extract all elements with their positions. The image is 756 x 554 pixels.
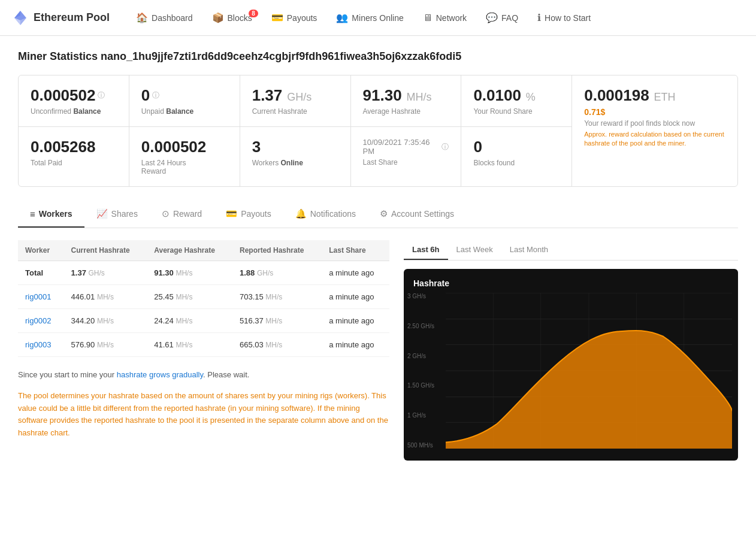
tab-icon-reward: ⊙ [162, 208, 170, 219]
unconfirmed-label: Unconfirmed Balance [31, 107, 117, 116]
tab-label-workers: Workers [39, 209, 72, 219]
nav-icon-network: 🖥 [423, 13, 433, 23]
tab-icon-workers: ≡ [30, 209, 35, 219]
reward-label: Your reward if pool finds block now [584, 119, 725, 128]
stat-total-paid: 0.005268 Total Paid [19, 127, 129, 178]
tab-icon-account-settings: ⚙ [380, 208, 388, 219]
current-hashrate-unit: GH/s [287, 91, 312, 103]
stat-col-avg-hashrate: 91.30 MH/s Average Hashrate 10/09/2021 7… [351, 75, 462, 186]
worker-name-1[interactable]: rig0002 [18, 309, 64, 333]
tab-icon-notifications: 🔔 [295, 208, 307, 219]
nav-item-miners-online[interactable]: 👥Miners Online [328, 7, 412, 28]
unconfirmed-info-icon[interactable]: ⓘ [98, 90, 105, 101]
brand[interactable]: Ethereum Pool [12, 10, 110, 26]
info-text-orange: The pool determines your hashrate based … [18, 390, 389, 440]
unpaid-value: 0 [141, 86, 150, 105]
last-share-info-icon[interactable]: ⓘ [441, 142, 449, 152]
worker-reported-2: 665.03 MH/s [232, 333, 322, 357]
y-label-500mh: 500 MH/s [407, 442, 434, 449]
tab-shares[interactable]: 📈Shares [84, 201, 150, 228]
chart-tab-lastweek[interactable]: Last Week [448, 240, 501, 260]
round-share-label: Your Round Share [473, 107, 560, 116]
nav-icon-how-to-start: ℹ [537, 12, 541, 23]
worker-reported-1: 516.37 MH/s [232, 309, 322, 333]
stat-unconfirmed: 0.000502 ⓘ Unconfirmed Balance [19, 75, 129, 127]
workers-label: Workers Online [252, 159, 338, 167]
nav-item-network[interactable]: 🖥Network [415, 8, 475, 28]
left-panel: Worker Current Hashrate Average Hashrate… [18, 240, 389, 461]
stat-last24h: 0.000502 Last 24 HoursReward [129, 127, 240, 186]
worker-avg-2: 41.61 MH/s [147, 333, 232, 357]
table-row-total: Total 1.37 GH/s 91.30 MH/s 1.88 GH/s a m… [18, 261, 389, 285]
unconfirmed-value: 0.000502 [31, 86, 95, 105]
tab-account-settings[interactable]: ⚙Account Settings [368, 201, 466, 228]
avg-hashrate-label: Average Hashrate [363, 107, 449, 116]
info-text: Since you start to mine your hashrate gr… [18, 369, 389, 382]
stat-col-reward: 0.000198 ETH 0.71$ Your reward if pool f… [572, 75, 737, 186]
col-worker: Worker [18, 240, 64, 261]
stat-unpaid: 0 ⓘ Unpaid Balance [129, 75, 240, 127]
tab-label-account-settings: Account Settings [391, 209, 454, 219]
reward-note: Approx. reward calculation based on the … [584, 130, 725, 149]
stat-current-hashrate: 1.37 GH/s Current Hashrate [240, 75, 350, 127]
table-row: rig0001 446.01 MH/s 25.45 MH/s 703.15 MH… [18, 285, 389, 309]
avg-hashrate-unit: MH/s [407, 91, 432, 103]
worker-name-2[interactable]: rig0003 [18, 333, 64, 357]
reward-usd: 0.71$ [584, 107, 725, 117]
main-content: Miner Statistics nano_1hu9jjfe7zti1rd6dd… [0, 36, 756, 475]
nav-item-how-to-start[interactable]: ℹHow to Start [529, 7, 599, 28]
nav-label-dashboard: Dashboard [152, 13, 193, 23]
worker-name-0[interactable]: rig0001 [18, 285, 64, 309]
total-paid-value: 0.005268 [31, 138, 117, 156]
navbar: Ethereum Pool 🏠Dashboard📦Blocks8💳Payouts… [0, 0, 756, 36]
stat-workers: 3 Workers Online [240, 127, 350, 178]
tab-workers[interactable]: ≡Workers [18, 202, 84, 228]
tab-label-payouts: Payouts [241, 209, 271, 219]
worker-avg-1: 24.24 MH/s [147, 309, 232, 333]
round-share-unit: % [526, 91, 536, 103]
chart-tab-lastmonth[interactable]: Last Month [501, 240, 557, 260]
worker-avg-0: 25.45 MH/s [147, 285, 232, 309]
tab-notifications[interactable]: 🔔Notifications [283, 201, 368, 228]
tab-label-notifications: Notifications [310, 209, 356, 219]
nav-label-network: Network [436, 13, 467, 23]
stat-reward: 0.000198 ETH 0.71$ Your reward if pool f… [572, 75, 737, 186]
hashrate-link[interactable]: hashrate grows gradually [117, 370, 203, 379]
stat-col-hashrate: 1.37 GH/s Current Hashrate 3 Workers Onl… [240, 75, 351, 186]
chart-tabs: Last 6h Last Week Last Month [404, 240, 738, 261]
worker-current-2: 576.90 MH/s [64, 333, 147, 357]
ethereum-logo [12, 10, 29, 26]
right-panel: Last 6h Last Week Last Month Hashrate 3 … [404, 240, 738, 461]
worker-reported-0: 703.15 MH/s [232, 285, 322, 309]
nav-item-blocks[interactable]: 📦Blocks8 [204, 7, 261, 28]
y-label-2gh: 2 GH/s [407, 353, 434, 359]
nav-item-payouts[interactable]: 💳Payouts [263, 7, 326, 28]
stat-round-share: 0.0100 % Your Round Share [461, 75, 571, 127]
stat-blocks-found: 0 Blocks found [461, 127, 571, 178]
brand-name: Ethereum Pool [34, 11, 110, 24]
worker-lastshare-0: a minute ago [322, 285, 389, 309]
nav-label-faq: FAQ [501, 13, 518, 23]
tab-label-shares: Shares [111, 209, 138, 219]
nav-icon-blocks: 📦 [212, 12, 224, 23]
content-area: Worker Current Hashrate Average Hashrate… [18, 240, 738, 461]
current-hashrate-label: Current Hashrate [252, 107, 338, 116]
worker-current-1: 344.20 MH/s [64, 309, 147, 333]
total-worker: Total [18, 261, 64, 285]
stat-avg-hashrate: 91.30 MH/s Average Hashrate [351, 75, 461, 127]
y-label-150mh: 1.50 GH/s [407, 382, 434, 389]
nav-item-faq[interactable]: 💬FAQ [477, 7, 527, 28]
unpaid-info-icon[interactable]: ⓘ [152, 90, 159, 101]
chart-tab-last6h[interactable]: Last 6h [404, 240, 448, 260]
stats-grid: 0.000502 ⓘ Unconfirmed Balance 0.005268 … [18, 75, 738, 187]
y-label-3gh: 3 GH/s [407, 293, 434, 299]
tab-reward[interactable]: ⊙Reward [150, 201, 214, 228]
nav-item-dashboard[interactable]: 🏠Dashboard [128, 7, 201, 28]
worker-lastshare-1: a minute ago [322, 309, 389, 333]
tab-payouts[interactable]: 💳Payouts [214, 201, 283, 228]
last-share-label: Last Share [363, 158, 449, 166]
stat-last-share: 10/09/2021 7:35:46 PM ⓘ Last Share [351, 127, 461, 177]
workers-table: Worker Current Hashrate Average Hashrate… [18, 240, 389, 357]
tab-icon-shares: 📈 [96, 208, 108, 219]
tab-icon-payouts: 💳 [226, 208, 237, 219]
